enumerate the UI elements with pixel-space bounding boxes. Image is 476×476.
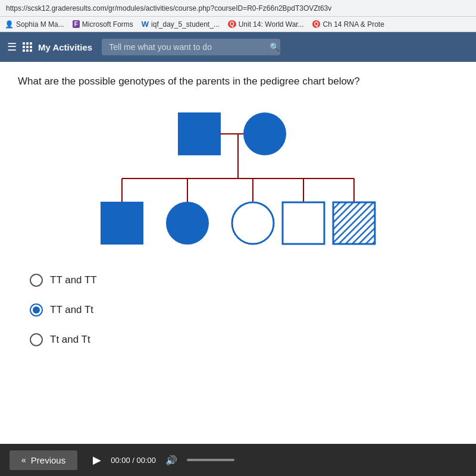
answer-option-3[interactable]: Tt and Tt	[30, 333, 458, 346]
radio-1[interactable]	[30, 274, 43, 287]
bookmark-iqf[interactable]: W iqf_day_5_student_...	[142, 20, 220, 29]
svg-rect-15	[333, 202, 375, 244]
bookmark-ch14[interactable]: Q Ch 14 RNA & Prote	[312, 20, 384, 29]
search-icon[interactable]: 🔍	[270, 42, 280, 52]
answer-choices: TT and TT TT and Tt Tt and Tt	[30, 274, 458, 346]
bottom-bar: « Previous ▶ 00:00 / 00:00 🔊	[0, 444, 476, 476]
bookmark-ch14-label: Ch 14 RNA & Prote	[322, 20, 384, 29]
my-activities-label: My Activities	[38, 42, 92, 52]
answer-option-1[interactable]: TT and TT	[30, 274, 458, 287]
radio-inner-2	[33, 306, 40, 314]
bookmark-unit14-label: Unit 14: World War...	[239, 20, 304, 29]
previous-button[interactable]: « Previous	[10, 450, 77, 470]
apps-grid-icon[interactable]	[23, 42, 32, 52]
pedigree-chart	[83, 101, 393, 256]
hamburger-icon[interactable]: ☰	[7, 40, 17, 54]
previous-chevron-icon: «	[21, 455, 26, 465]
time-display: 00:00 / 00:00	[111, 456, 156, 465]
play-button[interactable]: ▶	[93, 453, 101, 466]
app-toolbar: ☰ My Activities 🔍	[0, 32, 476, 62]
answer-label-3: Tt and Tt	[50, 334, 90, 346]
answer-label-2: TT and Tt	[50, 304, 93, 316]
url-bar: https://scsk12.graderesults.com/gr/modul…	[0, 0, 476, 17]
bookmarks-bar: 👤 Sophia M Ma... F Microsoft Forms W iqf…	[0, 17, 476, 32]
bookmark-msforms[interactable]: F Microsoft Forms	[73, 20, 133, 29]
url-text: https://scsk12.graderesults.com/gr/modul…	[6, 4, 331, 12]
answer-option-2[interactable]: TT and Tt	[30, 303, 458, 317]
bookmark-unit14[interactable]: Q Unit 14: World War...	[228, 20, 304, 29]
bookmark-sophia[interactable]: 👤 Sophia M Ma...	[5, 20, 64, 29]
bookmark-msforms-label: Microsoft Forms	[82, 20, 133, 29]
question-text: What are the possible genotypes of the p…	[18, 74, 458, 89]
volume-slider[interactable]	[187, 459, 234, 461]
search-input[interactable]	[102, 39, 280, 55]
volume-icon[interactable]: 🔊	[165, 455, 177, 466]
bookmark-iqf-label: iqf_day_5_student_...	[151, 20, 220, 29]
answer-label-1: TT and TT	[50, 274, 97, 286]
radio-2[interactable]	[30, 303, 43, 317]
svg-rect-0	[178, 113, 220, 155]
svg-point-2	[244, 113, 286, 155]
svg-point-11	[167, 202, 208, 244]
svg-point-12	[232, 202, 274, 244]
previous-label: Previous	[31, 455, 65, 465]
main-content: What are the possible genotypes of the p…	[0, 62, 476, 444]
svg-rect-10	[101, 202, 143, 244]
radio-3[interactable]	[30, 333, 43, 346]
svg-rect-13	[283, 202, 324, 244]
bookmark-sophia-label: Sophia M Ma...	[16, 20, 64, 29]
